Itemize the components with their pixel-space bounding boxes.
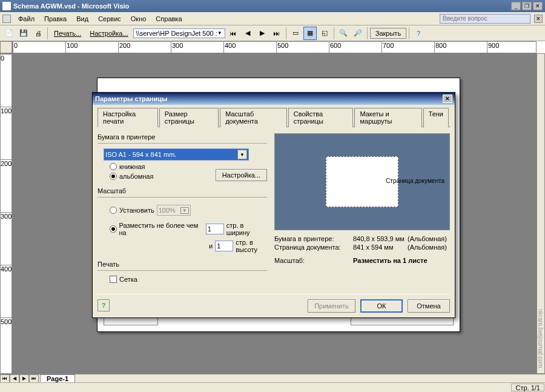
cancel-button[interactable]: Отмена <box>408 299 450 313</box>
save-icon[interactable]: 💾 <box>17 27 30 40</box>
close-button[interactable]: ✕ <box>533 2 543 10</box>
dialog-titlebar[interactable]: Параметры страницы ✕ <box>93 93 455 105</box>
radio-landscape[interactable] <box>110 173 117 180</box>
sheet-nav-next[interactable]: ▶ <box>19 374 29 383</box>
tab-print-setup[interactable]: Настройка печати <box>97 108 158 127</box>
new-icon[interactable]: 📄 <box>2 27 16 40</box>
menu-help[interactable]: Справка <box>151 14 187 24</box>
ruler-horizontal: 0100200300400500600700800900 <box>12 41 537 53</box>
dialog-help-button[interactable]: ? <box>97 299 110 311</box>
printer-name: \\server\HP DesignJet 500 : <box>136 30 217 37</box>
sheet-nav-prev[interactable]: ◀ <box>10 374 19 383</box>
page-setup-dialog: Параметры страницы ✕ Настройка печати Ра… <box>92 92 455 318</box>
chevron-down-icon[interactable]: ▼ <box>237 150 247 159</box>
dialog-title: Параметры страницы <box>95 95 443 102</box>
tab-page-size[interactable]: Размер страницы <box>159 108 219 127</box>
scale-group-label: Масштаб <box>97 187 267 194</box>
status-page: Стр. 1/1 <box>511 384 544 391</box>
fit-height-input[interactable] <box>215 241 233 251</box>
sheet-nav-first[interactable]: ⏮ <box>0 374 10 383</box>
next-page-icon[interactable]: ▶ <box>256 27 269 40</box>
restore-button[interactable]: ❐ <box>522 2 532 10</box>
dialog-tabs: Настройка печати Размер страницы Масштаб… <box>97 107 450 127</box>
menu-window[interactable]: Окно <box>126 14 151 24</box>
menu-bar: Файл Правка Вид Сервис Окно Справка ✕ <box>0 12 545 25</box>
menu-edit[interactable]: Правка <box>39 14 71 24</box>
label-portrait: книжная <box>119 163 145 170</box>
menu-file[interactable]: Файл <box>13 14 39 24</box>
ruler-corner <box>0 41 12 53</box>
doc-icon <box>2 15 11 23</box>
status-bar: Стр. 1/1 <box>0 382 545 392</box>
label-scale-set: Установить <box>119 207 154 214</box>
radio-portrait[interactable] <box>110 163 117 170</box>
label-fit-to: Разместить не более чем на <box>119 222 203 236</box>
mdi-close-button[interactable]: ✕ <box>534 15 543 23</box>
toolbar-close-button[interactable]: Закрыть <box>370 28 406 39</box>
printer-dropdown[interactable]: \\server\HP DesignJet 500 : ▼ <box>133 28 225 38</box>
window-title: Schema AGWM.vsd - Microsoft Visio <box>13 2 511 10</box>
tab-page-props[interactable]: Свойства страницы <box>288 108 354 127</box>
sheet-nav-last[interactable]: ⏭ <box>29 374 39 383</box>
sheet-tab-bar: ⏮ ◀ ▶ ⏭ Page-1 <box>0 374 545 382</box>
paper-group-label: Бумага в принтере <box>97 133 267 141</box>
help-icon[interactable]: ? <box>412 27 425 40</box>
dialog-close-button[interactable]: ✕ <box>443 95 452 103</box>
label-grid: Сетка <box>119 276 137 283</box>
last-page-icon[interactable]: ⏭ <box>270 27 283 40</box>
grid-checkbox[interactable] <box>110 276 117 283</box>
toolbar-setup-link[interactable]: Настройка... <box>86 30 131 37</box>
print-group-label: Печать <box>97 261 267 268</box>
watermark: nkram.livejournal.com <box>537 309 544 368</box>
paper-size-value: ISO A1 - 594 x 841 mm. <box>105 151 176 158</box>
page-preview: Страница документа <box>274 133 450 230</box>
app-icon <box>2 2 11 10</box>
ruler-vertical: 0100200300400500 <box>0 53 12 374</box>
prev-page-icon[interactable]: ◀ <box>241 27 254 40</box>
label-landscape: альбомная <box>119 173 153 180</box>
help-question-input[interactable] <box>440 14 530 24</box>
label-fit-height-unit: стр. в высоту <box>236 239 267 253</box>
window-titlebar: Schema AGWM.vsd - Microsoft Visio _ ❐ ✕ <box>0 0 545 12</box>
menu-tools[interactable]: Сервис <box>93 14 126 24</box>
chevron-down-icon: ▼ <box>217 30 222 36</box>
single-page-icon[interactable]: ▭ <box>289 27 302 40</box>
menu-view[interactable]: Вид <box>71 14 93 24</box>
apply-button[interactable]: Применить <box>308 299 355 313</box>
preview-doc-label: Страница документа <box>386 178 444 184</box>
zoom-in-icon[interactable]: 🔍 <box>337 27 350 40</box>
tab-doc-scale[interactable]: Масштаб документа <box>220 108 287 127</box>
printer-setup-button[interactable]: Настройка... <box>216 169 267 181</box>
preview-info: Бумага в принтере: 840,8 x 593,9 мм (Аль… <box>274 235 450 264</box>
tab-shadows[interactable]: Тени <box>423 108 449 127</box>
label-fit-width-unit: стр. в ширину <box>226 222 267 236</box>
sheet-tab-page1[interactable]: Page-1 <box>40 374 75 383</box>
whole-page-icon[interactable]: ◱ <box>318 27 331 40</box>
paper-size-combo[interactable]: ISO A1 - 594 x 841 mm. ▼ <box>104 148 249 161</box>
label-fit-and: и <box>209 242 213 250</box>
tab-layout-routing[interactable]: Макеты и маршруты <box>354 108 421 127</box>
ok-button[interactable]: ОК <box>360 299 403 313</box>
print-icon[interactable]: 🖨 <box>31 27 45 40</box>
radio-scale-set[interactable] <box>110 207 117 214</box>
fit-width-input[interactable] <box>206 224 224 234</box>
toolbar: 📄 💾 🖨 Печать... Настройка... \\server\HP… <box>0 25 545 41</box>
radio-fit-to[interactable] <box>110 225 117 233</box>
minimize-button[interactable]: _ <box>511 2 521 10</box>
zoom-out-icon[interactable]: 🔎 <box>351 27 365 40</box>
toolbar-print-link[interactable]: Печать... <box>50 30 85 37</box>
first-page-icon[interactable]: ⏮ <box>226 27 240 40</box>
multi-page-icon[interactable]: ▦ <box>303 27 317 40</box>
scale-percent-combo: 100%▼ <box>157 205 191 216</box>
